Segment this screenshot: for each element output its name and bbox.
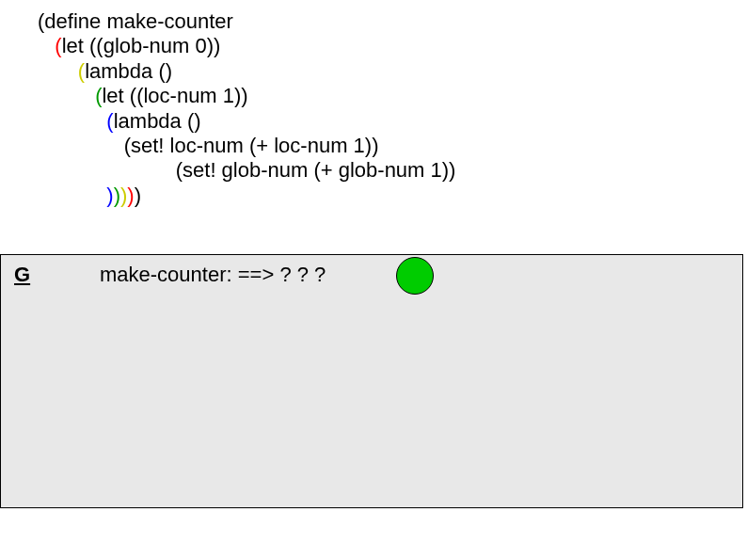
code-line-7: (set! glob-num (+ glob-num 1)) <box>38 158 455 183</box>
code-text: let ((glob-num 0)) <box>62 34 221 57</box>
code-indent <box>38 59 78 83</box>
code-text: ) <box>135 184 141 207</box>
paren-blue: ) <box>106 184 113 207</box>
environment-label: G <box>14 263 30 287</box>
paren-green: ) <box>114 184 120 207</box>
code-line-4: (let ((loc-num 1)) <box>38 84 455 108</box>
code-line-2: (let ((glob-num 0)) <box>38 34 455 58</box>
closure-icon <box>396 257 434 295</box>
code-indent <box>38 109 106 133</box>
code-line-8: ))))) <box>38 184 455 208</box>
code-text: let ((loc-num 1)) <box>102 84 247 107</box>
code-block: (define make-counter (let ((glob-num 0))… <box>38 9 455 208</box>
code-line-5: (lambda () <box>38 109 455 134</box>
code-indent <box>38 134 124 157</box>
code-indent <box>38 84 95 107</box>
code-indent <box>38 158 176 182</box>
code-text: lambda () <box>85 59 172 83</box>
code-indent <box>38 184 106 207</box>
paren-blue: ( <box>106 109 113 133</box>
code-line-1: (define make-counter <box>38 9 455 34</box>
paren-red: ( <box>55 34 61 57</box>
environment-text: make-counter: ==> ? ? ? <box>100 263 326 287</box>
paren-red: ) <box>127 184 134 207</box>
code-indent <box>38 34 55 57</box>
code-text: (set! loc-num (+ loc-num 1)) <box>124 134 379 157</box>
code-text: lambda () <box>114 109 201 133</box>
code-line-3: (lambda () <box>38 59 455 84</box>
code-text: (set! glob-num (+ glob-num 1)) <box>176 158 456 182</box>
code-text: (define make-counter <box>38 9 233 33</box>
code-line-6: (set! loc-num (+ loc-num 1)) <box>38 134 455 158</box>
environment-panel: G make-counter: ==> ? ? ? <box>0 254 743 508</box>
